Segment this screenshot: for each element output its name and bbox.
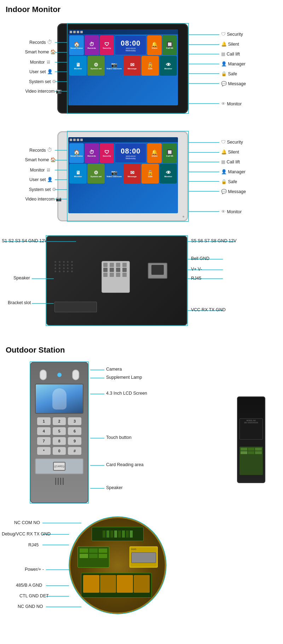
back-panel-diagram: S1 S2 S3 S4 GND 12V Speaker Bracket slot… xyxy=(0,233,283,333)
black-device-diagram: 🏠Smart home ⏱Records 🛡Security 08:00 202… xyxy=(0,17,283,121)
circuit-board: RJ45 xyxy=(69,517,166,614)
label-safe-1: 🔒 Safe xyxy=(221,71,237,76)
label-smarthome-2: Smart home 🏠 xyxy=(25,157,56,162)
label-calllift-1: ▦ Call lift xyxy=(221,51,240,57)
label-nc-gnd-no: NC GND NO xyxy=(18,604,43,609)
label-power-pm: Power/+ - xyxy=(25,567,44,572)
label-touch-button: Touch button xyxy=(106,435,132,440)
white-device-body: 🏠Smart home ⏱Records 🛡Security 08:00 202… xyxy=(57,131,188,221)
label-systemset-2: System set ⚙ xyxy=(29,187,56,192)
label-manager-1: 👤 Manager xyxy=(221,61,246,66)
device-screen: 🏠Smart home ⏱Records 🛡Security 08:00 202… xyxy=(68,29,178,105)
label-userset-1: User set 👤 xyxy=(29,69,53,74)
label-monitor-right-2: 👁 Monitor xyxy=(221,209,242,214)
clock-date: 2023-02/15Wednesday xyxy=(126,47,136,52)
label-bracket-slot: Bracket slot xyxy=(8,300,31,305)
label-monitor-1: Monitor 🖥 xyxy=(30,59,51,65)
label-videointercom-1: Video intercom 📷 xyxy=(25,88,62,94)
label-nc-com-no-top: NC COM NO xyxy=(14,520,40,525)
label-message-1: 💬 Message xyxy=(221,81,246,86)
outdoor-black-box: MODEL NOSN: XXXXXXXXX xyxy=(237,396,265,483)
label-videointercom-2: Video intercom 📷 xyxy=(25,196,62,202)
circuit-diagram: RJ45 xyxy=(0,510,283,637)
label-monitor-2: Monitor 🖥 xyxy=(30,167,51,173)
device-screen-2: 🏠Smart home ⏱Records 🛡Security 08:00 202… xyxy=(68,137,178,213)
label-ctl-gnd: CTL GND DET xyxy=(19,593,49,598)
label-silent-2: 🔔 Silent xyxy=(221,149,239,155)
label-rj45-back: RJ45 xyxy=(191,276,201,281)
back-device-body xyxy=(46,236,187,326)
white-device-diagram: 🏠Smart home ⏱Records 🛡Security 08:00 202… xyxy=(0,125,283,229)
label-silent-1: 🔔 Silent xyxy=(221,41,239,47)
page-container: Indoor Monitor 🏠Smart home xyxy=(0,0,283,637)
label-s5s8: S5 S6 S7 S8 GND 12V xyxy=(191,238,237,243)
label-safe-2: 🔒 Safe xyxy=(221,179,237,184)
black-device-body: 🏠Smart home ⏱Records 🛡Security 08:00 202… xyxy=(57,23,188,114)
label-485-b-a: 485/B A GND xyxy=(16,583,42,588)
label-speaker-outdoor: Speaker xyxy=(106,485,123,490)
label-rj45-circuit: RJ45 xyxy=(28,543,39,547)
label-systemset-1: System set ⚙ xyxy=(29,79,56,84)
label-records-2: Records ⏱ xyxy=(29,147,52,153)
label-s1s4: S1 S2 S3 S4 GND 12V xyxy=(2,238,47,243)
label-lcd-screen: 4.3 Inch LCD Screen xyxy=(106,391,147,396)
outdoor-device-diagram: 1 2 3 4 5 6 7 8 9 * 0 # ((CARD)) xyxy=(0,358,283,510)
label-monitor-right-1: 👁 Monitor xyxy=(221,101,242,106)
label-camera: Camera xyxy=(106,367,122,372)
label-supplement-lamp: Supplement Lamp xyxy=(106,375,142,380)
label-calllift-2: ▦ Call lift xyxy=(221,159,240,164)
clock-time: 08:00 xyxy=(121,39,140,47)
label-card-reading: Card Reading area xyxy=(106,462,144,467)
label-message-2: 💬 Message xyxy=(221,189,246,194)
page-title: Indoor Monitor xyxy=(0,0,283,17)
label-security-2: 🛡 Security xyxy=(221,139,243,145)
outdoor-device-body: 1 2 3 4 5 6 7 8 9 * 0 # ((CARD)) xyxy=(30,362,88,503)
label-smarthome-1: Smart home 🏠 xyxy=(25,49,56,54)
label-manager-2: 👤 Manager xyxy=(221,169,246,174)
label-vcc-rx: VCC RX TX GND xyxy=(191,307,226,312)
label-userset-2: User set 👤 xyxy=(29,177,53,182)
label-debug-vcc: Debug/VCC RX TX GND xyxy=(2,532,51,536)
label-v-plus: V+ V- xyxy=(191,267,202,272)
label-records-1: Records ⏱ xyxy=(29,39,52,45)
label-bell-gnd: Bell GND xyxy=(191,256,209,261)
label-security-1: 🛡 Security xyxy=(221,31,243,37)
outdoor-title: Outdoor Station xyxy=(0,341,283,358)
label-speaker-back: Speaker xyxy=(13,275,30,280)
